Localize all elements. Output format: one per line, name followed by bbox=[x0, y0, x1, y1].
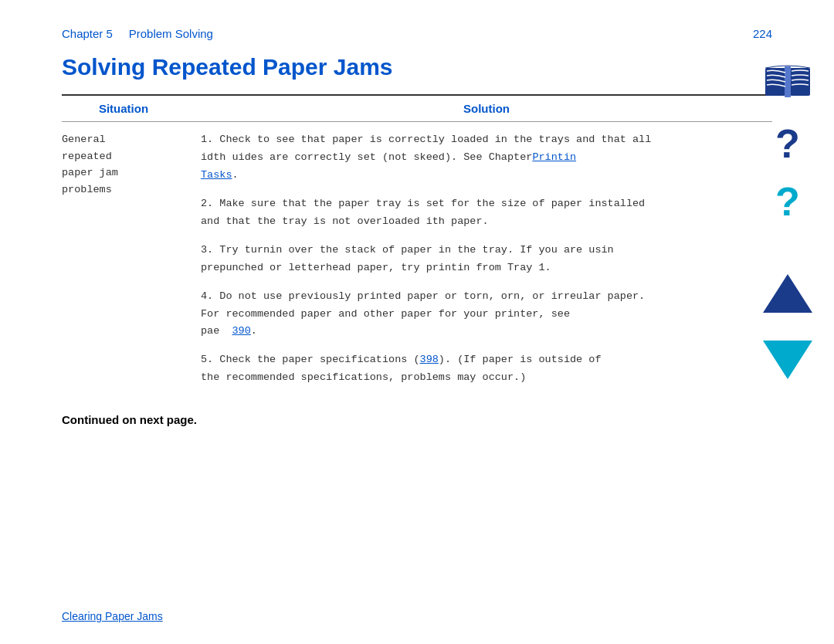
page-title: Solving Repeated Paper Jams bbox=[62, 54, 772, 80]
arrow-down-icon[interactable] bbox=[763, 341, 812, 379]
footer: Clearing Paper Jams bbox=[62, 610, 163, 622]
page-container: Chapter 5 Problem Solving 224 Solving Re… bbox=[0, 0, 834, 644]
solution-cell: 1. Check to see that paper is correctly … bbox=[185, 122, 772, 398]
book-icon bbox=[764, 62, 812, 102]
col-header-solution: Solution bbox=[185, 96, 772, 122]
footer-link[interactable]: Clearing Paper Jams bbox=[62, 610, 163, 622]
solution-item-1: 1. Check to see that paper is correctly … bbox=[201, 131, 772, 185]
content-table: Situation Solution Generalrepeatedpaper … bbox=[62, 96, 772, 398]
solution-item-4: 4. Do not use previously printed paper o… bbox=[201, 288, 772, 341]
link-390[interactable]: 390 bbox=[232, 325, 251, 337]
section-label: Problem Solving bbox=[129, 27, 213, 40]
situation-cell: Generalrepeatedpaper jamproblems bbox=[62, 122, 185, 398]
solution-item-5: 5. Check the paper specifications (398).… bbox=[201, 351, 772, 387]
solution-item-2: 2. Make sure that the paper tray is set … bbox=[201, 195, 772, 231]
table-row: Generalrepeatedpaper jamproblems 1. Chec… bbox=[62, 122, 772, 398]
link-printing-tasks[interactable]: Printin Tasks bbox=[201, 151, 576, 181]
page-number: 224 bbox=[753, 27, 772, 40]
page-header: Chapter 5 Problem Solving 224 bbox=[62, 27, 772, 40]
svg-rect-2 bbox=[785, 66, 791, 97]
continued-text: Continued on next page. bbox=[62, 413, 772, 426]
chapter-label: Chapter 5 bbox=[62, 27, 113, 40]
col-header-situation: Situation bbox=[62, 96, 185, 122]
question-mark-dark-icon: ? bbox=[775, 124, 800, 164]
svg-rect-1 bbox=[790, 68, 810, 96]
sidebar-icons: ? ? bbox=[763, 62, 812, 379]
link-398[interactable]: 398 bbox=[420, 354, 439, 365]
arrow-up-icon[interactable] bbox=[763, 274, 812, 313]
solution-item-3: 3. Try turnin over the stack of paper in… bbox=[201, 242, 772, 277]
header-chapter: Chapter 5 Problem Solving bbox=[62, 27, 213, 40]
question-mark-teal-icon: ? bbox=[775, 181, 800, 222]
